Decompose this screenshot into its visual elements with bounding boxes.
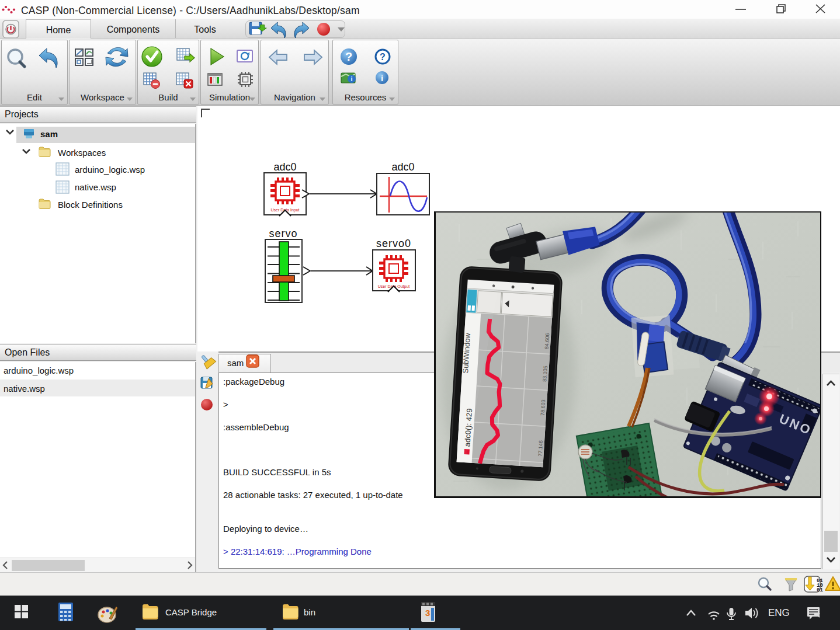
- svg-text:servo0: servo0: [376, 238, 411, 249]
- svg-text:servo: servo: [269, 228, 297, 239]
- svg-text:83.105: 83.105: [542, 366, 549, 382]
- svg-text:?: ?: [380, 52, 386, 62]
- svg-text:i: i: [350, 75, 352, 82]
- svg-text:77.146: 77.146: [537, 440, 544, 457]
- svg-text:?: ?: [345, 50, 352, 63]
- svg-text:84.606: 84.606: [544, 333, 551, 349]
- svg-text:adc0: adc0: [391, 161, 414, 173]
- svg-text:01: 01: [817, 587, 823, 593]
- svg-text:78.603: 78.603: [540, 399, 547, 416]
- svg-text:adc0: adc0: [273, 161, 296, 173]
- svg-text:i: i: [381, 73, 383, 83]
- svg-text:3: 3: [425, 608, 430, 618]
